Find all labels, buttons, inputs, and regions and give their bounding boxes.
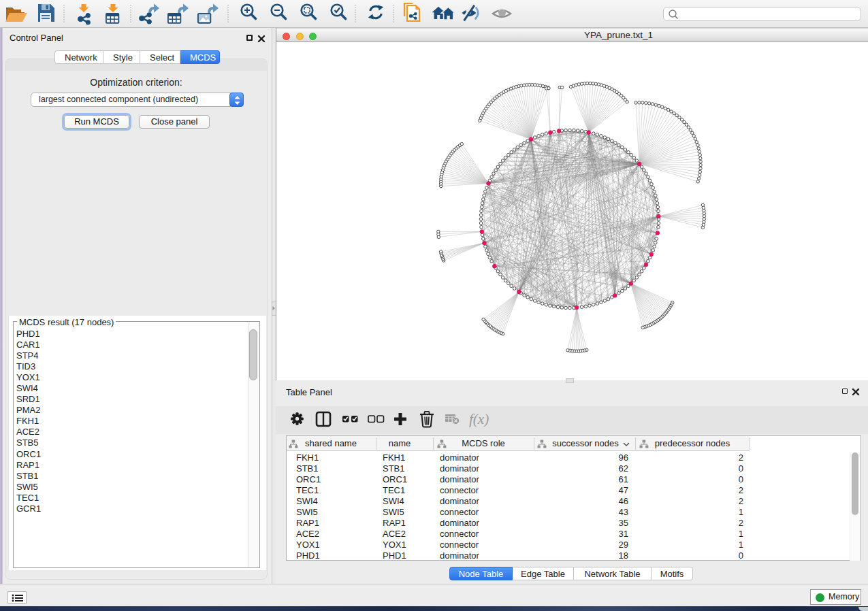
svg-text:f(x): f(x) bbox=[469, 411, 489, 427]
